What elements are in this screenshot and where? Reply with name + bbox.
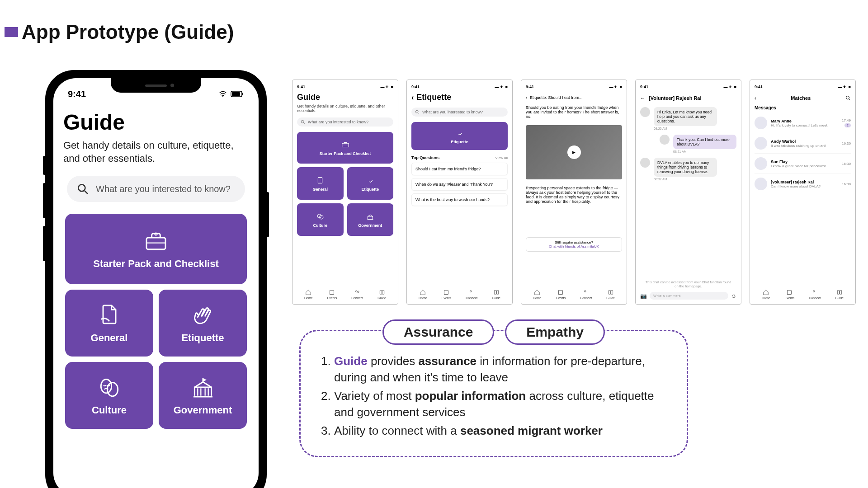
calendar-icon (329, 289, 335, 296)
search-placeholder: What are you interested to know? (422, 110, 483, 114)
question-card[interactable]: Should I eat from my friend's fridge? (411, 163, 508, 175)
page-header: ‹ Etiquette (411, 93, 508, 102)
avatar (640, 107, 650, 117)
back-chevron-icon[interactable]: ‹ (526, 95, 527, 100)
nav-events[interactable]: Events (785, 289, 794, 300)
nav-label: Home (304, 296, 313, 300)
search-input[interactable]: What are you interested to know? (297, 117, 393, 127)
nav-home[interactable]: Home (304, 289, 313, 300)
question-card[interactable]: What is the best way to wash our hands? (411, 193, 508, 206)
nav-connect[interactable]: Connect (466, 289, 477, 300)
svg-rect-25 (444, 291, 448, 295)
match-time: 16:30 (842, 141, 851, 145)
nav-label: Guide (835, 296, 844, 300)
people-icon (468, 289, 475, 296)
status-time: 9:41 (640, 84, 648, 89)
book-icon (379, 289, 385, 296)
status-time: 9:41 (297, 84, 305, 89)
nav-home[interactable]: Home (419, 289, 427, 300)
svg-point-26 (470, 291, 472, 292)
nav-guide[interactable]: Guide (835, 289, 844, 300)
status-time: 9:41 (411, 84, 420, 89)
svg-point-23 (415, 110, 418, 113)
nav-events[interactable]: Events (327, 289, 337, 300)
svg-point-0 (222, 96, 223, 97)
svg-line-24 (418, 113, 419, 114)
assist-box[interactable]: Still require assistance? Chat with frie… (526, 237, 622, 252)
phone-side-button (43, 156, 46, 175)
calendar-icon (786, 289, 793, 296)
home-icon (763, 289, 769, 296)
back-chevron-icon[interactable]: ‹ (755, 95, 756, 101)
avatar (755, 178, 767, 190)
question-text: When do we say 'Please' and 'Thank You'? (415, 182, 493, 187)
search-input[interactable]: What are you interested to know? (67, 176, 245, 202)
nav-connect[interactable]: Connect (809, 289, 821, 300)
people-icon (583, 289, 589, 296)
bullet-bold: assurance (418, 354, 476, 368)
nav-guide[interactable]: Guide (606, 289, 615, 300)
tile-etiquette[interactable]: Etiquette (159, 290, 247, 357)
match-preview: Can I know more about DVLA? (771, 184, 838, 188)
assist-line1: Still require assistance? (529, 240, 619, 244)
match-row[interactable]: Mary AnneHi. It's lovely to connect! Let… (755, 113, 851, 133)
status-time: 9:41 (68, 89, 86, 99)
nav-guide[interactable]: Guide (377, 289, 386, 300)
message-text: Hi Erika, Let me know you need help and … (654, 107, 717, 126)
avatar (755, 157, 767, 170)
svg-point-4 (78, 184, 85, 191)
match-row[interactable]: [Volunteer] Rajesh RaiCan I know more ab… (755, 174, 851, 194)
back-arrow-icon[interactable]: ← (640, 95, 645, 101)
match-row[interactable]: Sue FlayI know a great place for pancake… (755, 154, 851, 174)
nav-events[interactable]: Events (442, 289, 451, 300)
match-row[interactable]: Andy WarholIt was fabulous catching up o… (755, 133, 851, 154)
tile-etiquette[interactable]: Etiquette (347, 167, 394, 200)
view-all-link[interactable]: View all (495, 156, 508, 160)
tile-starter-pack[interactable]: Starter Pack and Checklist (65, 214, 247, 284)
nav-events[interactable]: Events (556, 289, 566, 300)
theater-masks-icon (315, 211, 325, 221)
question-text: Should I eat from my friend's fridge? (415, 167, 481, 171)
svg-rect-16 (342, 143, 349, 147)
badge-row: Assurance Empathy (320, 319, 668, 345)
tile-label: Government (358, 223, 382, 228)
bottom-nav: Home Events Connect Guide (411, 286, 508, 300)
nav-guide[interactable]: Guide (492, 289, 500, 300)
government-building-icon (365, 211, 375, 221)
back-chevron-icon[interactable]: ‹ (411, 94, 414, 102)
search-input[interactable]: What are you interested to know? (411, 108, 508, 117)
page-title: Guide (63, 110, 249, 135)
nav-label: Connect (466, 296, 477, 300)
article-header: Etiquette: Should I eat from... (530, 95, 583, 100)
bottom-nav: Home Events Connect Guide (297, 286, 393, 300)
tile-general[interactable]: General (297, 167, 344, 200)
tile-culture[interactable]: Culture (297, 203, 344, 236)
status-time: 9:41 (526, 84, 534, 89)
thumb-guide: 9:41▬ ᯤ ■ Guide Get handy details on cul… (292, 80, 398, 305)
tile-culture[interactable]: Culture (65, 362, 153, 429)
tile-government[interactable]: Government (347, 203, 394, 236)
search-icon[interactable] (845, 95, 851, 101)
nav-connect[interactable]: Connect (351, 289, 363, 300)
tile-government[interactable]: Government (159, 362, 247, 429)
svg-rect-17 (318, 178, 322, 183)
nav-home[interactable]: Home (533, 289, 542, 300)
tile-label: Etiquette (361, 187, 379, 192)
people-icon (354, 289, 360, 296)
page-title: Etiquette (416, 93, 451, 102)
question-card[interactable]: When do we say 'Please' and 'Thank You'? (411, 178, 508, 191)
document-icon (315, 175, 325, 185)
tile-starter-pack[interactable]: Starter Pack and Checklist (297, 132, 393, 164)
thumb-etiquette: 9:41▬ ᯤ ■ ‹ Etiquette What are you inter… (406, 80, 513, 305)
tile-etiquette[interactable]: Etiquette (411, 122, 508, 150)
tile-general[interactable]: General (65, 290, 153, 357)
search-placeholder: What are you interested to know? (96, 184, 231, 194)
camera-icon[interactable]: 📷 (640, 293, 647, 299)
wave-hand-icon (365, 175, 375, 185)
emoji-icon[interactable]: ☺ (731, 293, 736, 299)
phone-side-button (266, 192, 269, 237)
nav-connect[interactable]: Connect (580, 289, 592, 300)
chat-input[interactable]: Write a comment (650, 292, 728, 300)
article-video[interactable]: ▶ (526, 125, 622, 179)
nav-home[interactable]: Home (762, 289, 770, 300)
